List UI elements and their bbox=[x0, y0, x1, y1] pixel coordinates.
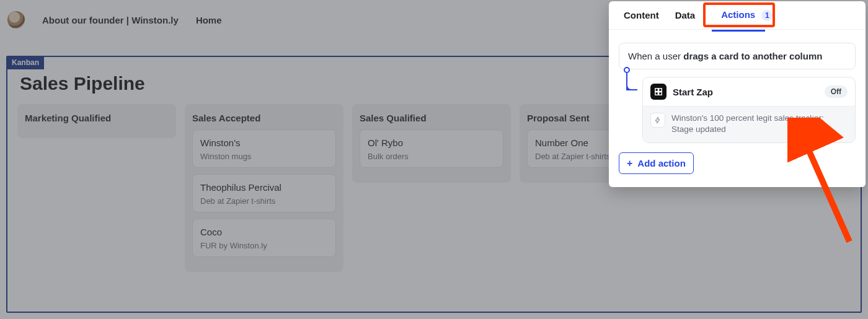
svg-rect-0 bbox=[655, 89, 658, 92]
svg-rect-1 bbox=[659, 89, 662, 92]
add-action-button[interactable]: + Add action bbox=[619, 152, 694, 174]
tab-actions[interactable]: Actions 1 bbox=[715, 3, 779, 27]
panel-tabs: Content Data Actions 1 bbox=[609, 1, 866, 30]
trigger-prefix: When a user bbox=[628, 51, 683, 61]
zap-action-card[interactable]: Start Zap Off Winston's 100 percent legi… bbox=[642, 77, 856, 143]
zap-status-badge[interactable]: Off bbox=[825, 85, 848, 98]
actions-count-badge: 1 bbox=[761, 10, 773, 21]
zap-description: Winston's 100 percent legit sales tracke… bbox=[671, 113, 848, 135]
plus-icon: + bbox=[627, 159, 632, 168]
tab-data[interactable]: Data bbox=[669, 4, 702, 27]
zap-app-icon bbox=[650, 84, 666, 100]
actions-panel: Content Data Actions 1 When a user drags… bbox=[609, 1, 866, 187]
tab-actions-label: Actions bbox=[721, 9, 755, 20]
svg-rect-3 bbox=[659, 92, 662, 95]
tab-underline bbox=[712, 30, 765, 32]
tab-content[interactable]: Content bbox=[618, 4, 665, 27]
svg-rect-2 bbox=[655, 92, 658, 95]
flow-connector bbox=[619, 77, 636, 145]
zap-title: Start Zap bbox=[673, 87, 818, 97]
add-action-label: Add action bbox=[637, 158, 686, 168]
trigger-event: drags a card to another column bbox=[683, 51, 822, 61]
bolt-icon bbox=[650, 113, 665, 128]
trigger-description[interactable]: When a user drags a card to another colu… bbox=[619, 43, 856, 69]
